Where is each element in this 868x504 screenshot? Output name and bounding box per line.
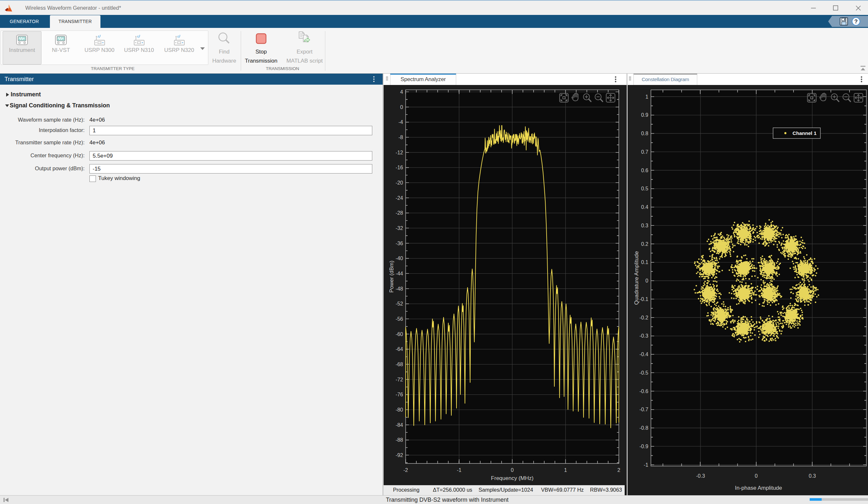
svg-text:-36: -36: [396, 241, 403, 246]
svg-text:-44: -44: [396, 271, 403, 276]
svg-text:-76: -76: [396, 392, 403, 397]
svg-text:2: 2: [618, 467, 620, 473]
svg-text:0.9: 0.9: [641, 112, 648, 118]
svg-text:-16: -16: [396, 165, 403, 170]
svg-text:-68: -68: [396, 362, 403, 367]
svg-text:-32: -32: [396, 225, 403, 231]
svg-text:-72: -72: [396, 377, 403, 382]
svg-text:-60: -60: [396, 331, 403, 337]
svg-text:-0.3: -0.3: [696, 473, 705, 479]
svg-text:0.8: 0.8: [641, 131, 648, 136]
svg-text:1: 1: [564, 467, 567, 473]
svg-text:-52: -52: [396, 301, 403, 306]
svg-text:-0.3: -0.3: [639, 333, 648, 339]
svg-text:-24: -24: [396, 195, 403, 201]
svg-text:0.2: 0.2: [641, 241, 648, 247]
svg-text:-2: -2: [403, 467, 408, 473]
svg-text:0: 0: [645, 278, 648, 283]
svg-text:0.1: 0.1: [641, 260, 648, 265]
svg-text:-64: -64: [396, 346, 403, 352]
svg-text:Power (dBm): Power (dBm): [389, 260, 395, 293]
svg-text:0.5: 0.5: [641, 186, 648, 191]
svg-text:0: 0: [400, 104, 403, 110]
svg-text:0.6: 0.6: [641, 168, 648, 173]
svg-text:0: 0: [755, 473, 758, 479]
svg-text:-0.8: -0.8: [639, 425, 648, 431]
svg-text:-1: -1: [644, 462, 648, 468]
svg-text:-8: -8: [399, 134, 403, 140]
svg-text:-0.4: -0.4: [639, 352, 648, 357]
svg-text:-92: -92: [396, 452, 403, 458]
svg-text:-0.1: -0.1: [639, 296, 648, 302]
svg-text:-0.9: -0.9: [639, 444, 648, 449]
svg-text:-40: -40: [396, 255, 403, 261]
svg-text:-84: -84: [396, 422, 403, 428]
svg-text:-12: -12: [396, 150, 403, 155]
svg-text:-48: -48: [396, 286, 403, 292]
svg-text:?: ?: [854, 19, 858, 25]
svg-text:-0.6: -0.6: [639, 389, 648, 394]
svg-text:Quadrature Amplitude: Quadrature Amplitude: [633, 251, 640, 304]
svg-text:-0.2: -0.2: [639, 315, 648, 321]
svg-text:-28: -28: [396, 210, 403, 216]
svg-text:-56: -56: [396, 316, 403, 322]
svg-text:0: 0: [511, 467, 514, 473]
svg-text:1: 1: [645, 94, 648, 100]
svg-text:-88: -88: [396, 437, 403, 443]
svg-text:In-phase Amplitude: In-phase Amplitude: [735, 485, 782, 491]
svg-text:-80: -80: [396, 407, 403, 413]
svg-text:Channel 1: Channel 1: [793, 130, 816, 136]
svg-text:4: 4: [400, 89, 403, 95]
svg-text:-0.7: -0.7: [639, 407, 648, 412]
svg-text:-0.5: -0.5: [639, 370, 648, 375]
svg-text:0.7: 0.7: [641, 149, 648, 155]
svg-text:0.3: 0.3: [809, 473, 816, 479]
svg-text:-1: -1: [457, 467, 461, 473]
svg-text:-20: -20: [396, 180, 403, 185]
svg-text:Frequency (MHz): Frequency (MHz): [491, 475, 533, 481]
svg-text:0.3: 0.3: [641, 223, 648, 228]
svg-text:0.4: 0.4: [641, 204, 648, 210]
svg-text:-4: -4: [399, 119, 403, 125]
